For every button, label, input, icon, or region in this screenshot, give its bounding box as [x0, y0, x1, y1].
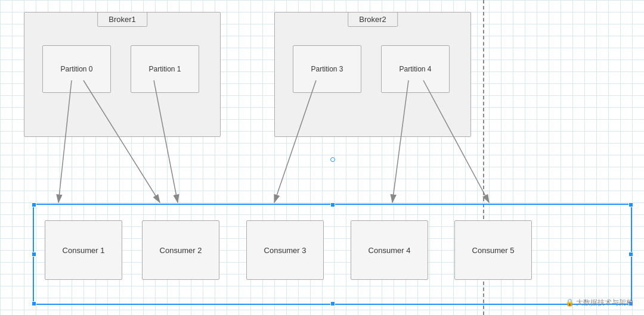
handle-bm[interactable] — [330, 301, 335, 306]
handle-ml[interactable] — [32, 252, 36, 257]
consumer3-box: Consumer 3 — [246, 220, 324, 280]
partition1-label: Partition 1 — [148, 65, 181, 73]
partition4-label: Partition 4 — [399, 65, 431, 73]
diagram-canvas: Broker1 Partition 0 Partition 1 Broker2 … — [0, 0, 644, 315]
broker1-box: Broker1 Partition 0 Partition 1 — [24, 12, 221, 137]
consumer2-box: Consumer 2 — [142, 220, 219, 280]
handle-mr[interactable] — [628, 252, 633, 257]
handle-tl[interactable] — [32, 202, 36, 207]
consumer5-box: Consumer 5 — [454, 220, 532, 280]
consumer4-label: Consumer 4 — [369, 246, 411, 255]
broker2-box: Broker2 Partition 3 Partition 4 — [274, 12, 471, 137]
broker2-label: Broker2 — [348, 12, 398, 27]
broker1-label: Broker1 — [97, 12, 147, 27]
consumer5-label: Consumer 5 — [472, 246, 515, 255]
consumer1-box: Consumer 1 — [45, 220, 122, 280]
watermark: 🔒 大数据技术与架构 — [565, 298, 633, 308]
consumer2-label: Consumer 2 — [160, 246, 202, 255]
partition0-label: Partition 0 — [60, 65, 92, 73]
consumer3-label: Consumer 3 — [264, 246, 306, 255]
partition3-label: Partition 3 — [311, 65, 343, 73]
partition1-box: Partition 1 — [131, 45, 199, 93]
partition0-box: Partition 0 — [42, 45, 111, 93]
handle-tr[interactable] — [628, 202, 633, 207]
watermark-icon: 🔒 — [565, 298, 574, 307]
consumer4-box: Consumer 4 — [351, 220, 428, 280]
partition3-box: Partition 3 — [293, 45, 361, 93]
consumer1-label: Consumer 1 — [63, 246, 105, 255]
handle-bl[interactable] — [32, 301, 36, 306]
handle-tm[interactable] — [330, 202, 335, 207]
selection-rectangle — [33, 204, 632, 305]
watermark-text: 大数据技术与架构 — [576, 298, 633, 307]
center-handle[interactable] — [330, 157, 335, 162]
partition4-box: Partition 4 — [381, 45, 450, 93]
